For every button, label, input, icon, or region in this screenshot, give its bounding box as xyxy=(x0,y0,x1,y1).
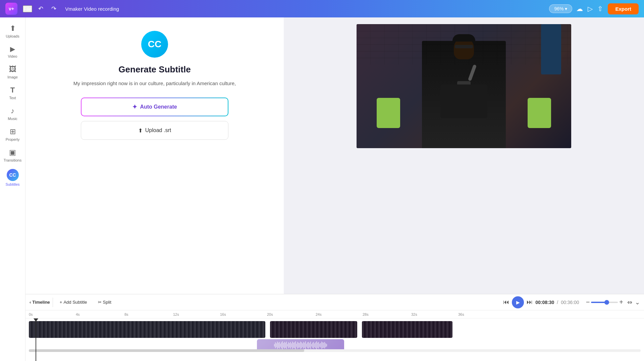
add-subtitle-label: Add Subtitle xyxy=(63,300,87,305)
export-button[interactable]: Export xyxy=(608,3,639,14)
playhead[interactable] xyxy=(36,318,36,361)
cloud-save-button[interactable]: ☁ xyxy=(576,5,583,13)
back-chevron-icon: ‹ xyxy=(30,300,31,305)
ruler-mark-6: 24s xyxy=(316,312,322,316)
zoom-out-button[interactable]: − xyxy=(586,298,590,306)
zoom-in-button[interactable]: + xyxy=(619,298,623,306)
panel-description: My impression right now is in our cultur… xyxy=(73,79,236,87)
image-icon: 🖼 xyxy=(9,65,16,74)
timeline-scrollbar-thumb[interactable] xyxy=(29,349,304,352)
file-menu-button[interactable]: File xyxy=(23,5,32,12)
subtitles-icon: CC xyxy=(7,169,19,181)
project-title: Vmaker Video recording xyxy=(65,6,545,12)
undo-button[interactable]: ↶ xyxy=(36,4,45,14)
split-button[interactable]: ✂ Split xyxy=(94,298,115,307)
ruler-mark-9: 36s xyxy=(458,312,464,316)
zoom-controls: − + ⇔ xyxy=(586,298,632,306)
subtitle-panel: CC Generate Subtitle My impression right… xyxy=(25,17,284,294)
upload-srt-label: Upload .srt xyxy=(145,127,171,133)
sidebar-item-label: Property xyxy=(6,137,20,141)
scissors-icon: ✂ xyxy=(98,300,102,305)
sidebar-item-video[interactable]: ▶ Video xyxy=(1,42,24,61)
time-separator: / xyxy=(557,300,558,305)
playback-controls: ⏮ ▶ ⏭ 00:08:30 / 00:36:00 xyxy=(503,296,579,308)
timeline-tab-label: Timeline xyxy=(32,300,50,305)
sparkle-icon: ✦ xyxy=(132,103,137,111)
zoom-selector[interactable]: 96% ▾ xyxy=(549,4,572,13)
video-track xyxy=(29,321,641,338)
sidebar-item-uploads[interactable]: ⬆ Uploads xyxy=(1,21,24,41)
ruler-mark-2: 8s xyxy=(124,312,128,316)
plus-icon: + xyxy=(60,300,62,305)
divider xyxy=(53,298,53,307)
text-icon: T xyxy=(10,86,15,95)
play-button[interactable]: ▶ xyxy=(512,296,524,308)
timeline-scrollbar[interactable] xyxy=(29,349,641,352)
video-segment-3[interactable] xyxy=(362,321,452,338)
timeline-ruler: 0s 4s 8s 12s 16s 20s 24s 28s 32s 36s xyxy=(25,310,644,318)
sidebar-item-property[interactable]: ⊞ Property xyxy=(1,125,24,144)
auto-generate-label: Auto Generate xyxy=(140,104,177,110)
sidebar-item-label: Subtitles xyxy=(5,182,19,186)
video-segment-1[interactable] xyxy=(29,321,265,338)
share-button[interactable]: ⇧ xyxy=(597,5,603,13)
timeline-back-button[interactable]: ‹ Timeline xyxy=(30,300,50,305)
sidebar-item-label: Uploads xyxy=(6,34,19,38)
upload-icon: ⬆ xyxy=(138,127,143,134)
play-preview-button[interactable]: ▷ xyxy=(588,5,593,13)
video-preview xyxy=(284,17,644,294)
sidebar-item-text[interactable]: T Text xyxy=(1,83,24,103)
forward-button[interactable]: ⏭ xyxy=(527,299,533,306)
ruler-mark-3: 12s xyxy=(173,312,179,316)
sidebar-item-image[interactable]: 🖼 Image xyxy=(1,62,24,82)
add-subtitle-button[interactable]: + Add Subtitle xyxy=(56,298,91,307)
main-layout: ⬆ Uploads ▶ Video 🖼 Image T Text ♪ Music… xyxy=(0,17,644,361)
upload-icon: ⬆ xyxy=(10,24,16,33)
cc-label: CC xyxy=(148,39,161,50)
music-icon: ♪ xyxy=(11,107,14,115)
rewind-button[interactable]: ⏮ xyxy=(503,299,509,306)
sidebar-item-label: Image xyxy=(7,75,18,79)
video-icon: ▶ xyxy=(10,45,15,53)
ruler-mark-1: 4s xyxy=(76,312,80,316)
sidebar-item-label: Video xyxy=(8,54,17,58)
cc-badge: CC xyxy=(141,31,168,58)
zoom-slider[interactable] xyxy=(591,302,618,303)
audio-waveform xyxy=(274,341,327,349)
video-frame xyxy=(357,24,571,148)
topbar: v+ File ↶ ↷ Vmaker Video recording 96% ▾… xyxy=(0,0,644,17)
auto-generate-button[interactable]: ✦ Auto Generate xyxy=(81,98,228,116)
ruler-mark-7: 28s xyxy=(363,312,369,316)
sidebar-item-label: Transitions xyxy=(4,158,21,162)
topbar-right-actions: ☁ ▷ ⇧ Export xyxy=(576,3,639,14)
collapse-timeline-button[interactable]: ⌄ xyxy=(635,299,640,306)
upload-srt-button[interactable]: ⬆ Upload .srt xyxy=(81,121,228,140)
current-time: 00:08:30 xyxy=(535,300,554,305)
app-logo: v+ xyxy=(5,3,17,15)
ruler-mark-8: 32s xyxy=(411,312,417,316)
sidebar-item-label: Text xyxy=(9,96,16,100)
video-content xyxy=(357,24,571,148)
ruler-mark-4: 16s xyxy=(220,312,226,316)
track-gap xyxy=(266,321,269,338)
property-icon: ⊞ xyxy=(10,127,16,136)
panel-title: Generate Subtitle xyxy=(118,64,191,75)
video-segment-2[interactable] xyxy=(270,321,357,338)
ruler-mark-0: 0s xyxy=(29,312,33,316)
sidebar-item-subtitles[interactable]: CC Subtitles xyxy=(1,166,24,189)
split-label: Split xyxy=(103,300,111,305)
timeline-tracks xyxy=(25,321,644,348)
total-time: 00:36:00 xyxy=(561,300,579,305)
editor-area: CC Generate Subtitle My impression right… xyxy=(25,17,644,294)
sidebar: ⬆ Uploads ▶ Video 🖼 Image T Text ♪ Music… xyxy=(0,17,25,361)
sidebar-item-music[interactable]: ♪ Music xyxy=(1,104,24,123)
sidebar-item-transitions[interactable]: ▣ Transitions xyxy=(1,145,24,165)
timeline-toolbar: ‹ Timeline + Add Subtitle ✂ Split ⏮ ▶ ⏭ xyxy=(25,294,644,310)
timeline-section: ‹ Timeline + Add Subtitle ✂ Split ⏮ ▶ ⏭ xyxy=(25,294,644,361)
content-area: CC Generate Subtitle My impression right… xyxy=(25,17,644,361)
redo-button[interactable]: ↷ xyxy=(49,4,58,14)
expand-button[interactable]: ⇔ xyxy=(627,299,632,306)
ruler-mark-5: 20s xyxy=(267,312,273,316)
transitions-icon: ▣ xyxy=(9,148,16,157)
track-gap-2 xyxy=(358,321,361,338)
